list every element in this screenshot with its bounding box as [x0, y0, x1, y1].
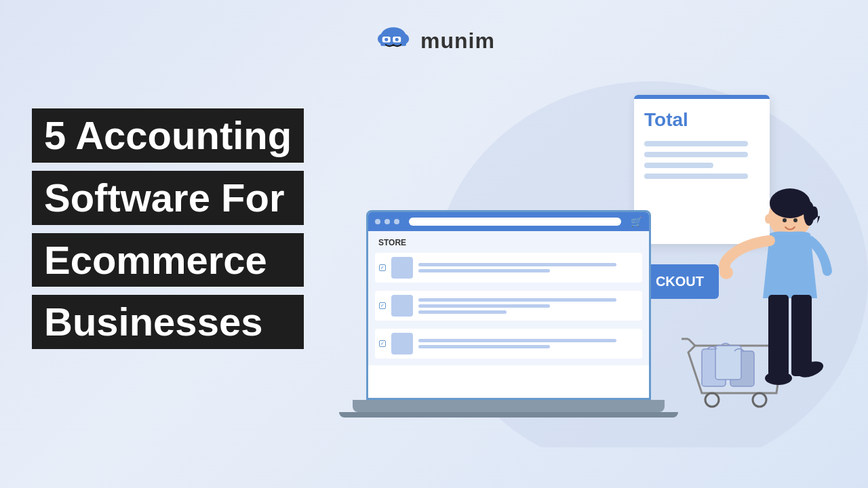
store-items-list: ✓ ✓ — [375, 253, 642, 359]
svg-rect-21 — [768, 295, 789, 376]
svg-line-10 — [688, 339, 695, 346]
browser-dot-3 — [394, 219, 399, 224]
item-checkbox-3: ✓ — [379, 340, 386, 347]
svg-point-26 — [793, 218, 797, 222]
receipt-line-1 — [644, 141, 748, 146]
svg-point-20 — [719, 266, 733, 279]
svg-point-27 — [765, 214, 772, 224]
store-item-1: ✓ — [375, 253, 642, 283]
item-details-1 — [418, 263, 638, 272]
laptop-illustration: 🛒 STORE ✓ ✓ — [332, 210, 685, 468]
headline-area: 5 Accounting Software For Ecommerce Busi… — [32, 108, 304, 349]
item-checkbox-2: ✓ — [379, 302, 386, 309]
svg-rect-16 — [715, 346, 741, 380]
browser-dot-2 — [384, 219, 390, 224]
person-illustration — [661, 163, 837, 474]
item-details-2 — [418, 298, 638, 314]
svg-point-7 — [384, 38, 388, 41]
item-line-2c — [418, 310, 507, 314]
receipt-total-label: Total — [644, 109, 760, 131]
item-details-3 — [418, 339, 638, 348]
headline-line4: Businesses — [32, 295, 304, 349]
receipt-line-2 — [644, 152, 748, 157]
headline-line2: Software For — [32, 171, 304, 225]
svg-point-23 — [765, 371, 792, 385]
item-checkbox-1: ✓ — [379, 264, 386, 271]
browser-dot-1 — [375, 219, 380, 224]
item-line-2a — [418, 298, 616, 302]
address-bar — [409, 218, 621, 226]
logo-text: munim — [420, 28, 495, 54]
item-image-2 — [391, 295, 413, 317]
store-item-3: ✓ — [375, 329, 642, 359]
browser-cart-icon: 🛒 — [631, 216, 642, 227]
svg-point-12 — [705, 393, 719, 407]
svg-point-25 — [783, 218, 787, 222]
item-line-3a — [418, 339, 616, 342]
item-line-3b — [418, 345, 550, 348]
store-item-2: ✓ — [375, 291, 642, 321]
svg-point-13 — [753, 393, 766, 407]
page-container: munim 5 Accounting Software For Ecommerc… — [0, 0, 868, 488]
item-image-3 — [391, 333, 413, 354]
item-image-1 — [391, 257, 413, 279]
item-line-1a — [418, 263, 616, 266]
svg-point-8 — [395, 38, 399, 41]
store-body: STORE ✓ ✓ — [368, 231, 649, 365]
laptop-screen: 🛒 STORE ✓ ✓ — [366, 210, 651, 400]
headline-line1: 5 Accounting — [32, 108, 304, 163]
laptop-bottom — [339, 412, 678, 418]
browser-header: 🛒 — [368, 212, 649, 231]
item-line-1b — [418, 269, 550, 272]
item-line-2b — [418, 304, 550, 308]
store-label: STORE — [375, 238, 642, 247]
headline-line3: Ecommerce — [32, 233, 304, 287]
laptop-base — [353, 400, 665, 412]
